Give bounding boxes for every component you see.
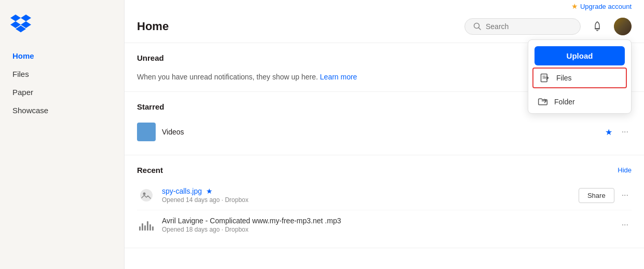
upgrade-label: Upgrade account — [580, 3, 632, 10]
learn-more-text: Learn more — [320, 73, 358, 81]
star-icon: ★ — [571, 2, 578, 10]
star-filled-icon[interactable]: ★ — [605, 127, 612, 137]
starred-item-name: Videos — [162, 128, 599, 136]
recent-item-actions: Share ··· — [579, 188, 632, 203]
recent-title: Recent — [137, 166, 163, 174]
learn-more-link[interactable]: Learn more — [320, 73, 358, 81]
recent-item: spy-calls.jpg ★ Opened 14 days ago · Dro… — [137, 181, 632, 210]
avatar[interactable] — [614, 18, 632, 35]
avatar-image — [614, 18, 632, 35]
main-content: ★ Upgrade account Home — [125, 0, 644, 269]
starred-item: Videos ★ ··· — [137, 117, 632, 146]
recent-filename: Avril Lavigne - Complicated www.my-free-… — [162, 217, 612, 225]
svg-point-4 — [140, 189, 153, 201]
more-options-icon[interactable]: ··· — [619, 218, 632, 232]
starred-title: Starred — [137, 102, 165, 111]
sidebar-item-files[interactable]: Files — [6, 65, 118, 83]
unread-message-text: When you have unread notifications, they… — [137, 73, 318, 81]
search-box[interactable] — [464, 18, 581, 35]
audio-wave-icon — [139, 219, 154, 231]
dropdown-folder-label: Folder — [554, 98, 575, 106]
sidebar-item-paper[interactable]: Paper — [6, 84, 118, 101]
recent-item: Avril Lavigne - Complicated www.my-free-… — [137, 210, 632, 239]
recent-section: Recent Hide spy-calls.jpg — [125, 155, 644, 248]
notification-bell-icon[interactable] — [589, 18, 606, 35]
more-options-icon[interactable]: ··· — [619, 125, 632, 139]
page-header: Home — [125, 10, 644, 43]
sidebar-item-showcase[interactable]: Showcase — [6, 102, 118, 119]
recent-hide-link[interactable]: Hide — [618, 166, 632, 174]
sidebar-nav: Home Files Paper Showcase — [0, 47, 124, 119]
recent-section-header: Recent Hide — [137, 166, 632, 174]
upgrade-account-link[interactable]: ★ Upgrade account — [571, 2, 632, 10]
dropbox-logo-icon — [10, 15, 31, 33]
audio-file-icon — [137, 216, 156, 234]
recent-meta: Opened 18 days ago · Dropbox — [162, 226, 612, 233]
recent-filename-link[interactable]: spy-calls.jpg — [162, 187, 202, 195]
more-options-icon[interactable]: ··· — [619, 189, 632, 202]
dropdown-folder-item[interactable]: Folder — [528, 90, 631, 113]
folder-upload-icon — [538, 97, 548, 107]
share-button[interactable]: Share — [579, 188, 614, 203]
svg-line-1 — [479, 28, 481, 30]
recent-meta: Opened 14 days ago · Dropbox — [162, 196, 572, 204]
sidebar: Home Files Paper Showcase — [0, 0, 125, 269]
upgrade-bar: ★ Upgrade account — [125, 0, 644, 10]
image-file-icon — [137, 186, 156, 205]
dropdown-menu: Upload Files Folder — [528, 39, 632, 114]
folder-icon — [137, 123, 156, 141]
logo[interactable] — [0, 10, 124, 47]
unread-title: Unread — [137, 53, 164, 62]
svg-rect-2 — [595, 29, 600, 30]
search-icon — [473, 22, 482, 31]
search-input[interactable] — [486, 22, 572, 31]
page-title: Home — [137, 20, 169, 33]
recent-item-info: spy-calls.jpg ★ Opened 14 days ago · Dro… — [162, 187, 572, 204]
file-upload-icon — [540, 73, 550, 83]
upload-button[interactable]: Upload — [535, 46, 625, 65]
dropdown-files-item[interactable]: Files — [532, 68, 627, 88]
svg-point-5 — [143, 193, 146, 195]
recent-filename-row: spy-calls.jpg ★ — [162, 187, 572, 195]
sidebar-item-home[interactable]: Home — [6, 47, 118, 64]
recent-item-info: Avril Lavigne - Complicated www.my-free-… — [162, 217, 612, 233]
recent-star-icon[interactable]: ★ — [206, 187, 213, 195]
dropdown-files-label: Files — [556, 74, 572, 82]
header-right — [464, 18, 632, 35]
recent-item-actions: ··· — [619, 218, 632, 232]
